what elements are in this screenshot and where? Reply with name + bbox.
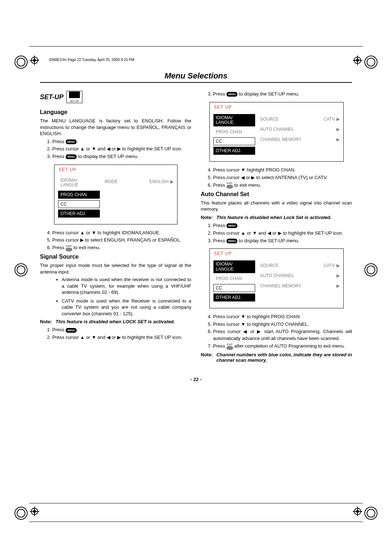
osd-row-value: ▶ <box>336 283 340 288</box>
note-body: This feature is disabled when LOCK SET i… <box>56 319 191 324</box>
osd-row-label: SOURCE <box>260 117 279 122</box>
two-column-layout: SET-UP SET UP Language The MENU LANGUAGE… <box>40 91 352 365</box>
osd-tab-cc: CC <box>213 137 255 145</box>
exit-key-icon: EXIT <box>226 343 233 350</box>
auto-channel-heading: Auto Channel Set <box>201 191 352 198</box>
crop-line-bottom-2 <box>29 522 363 522</box>
triangle-right-icon: ▶ <box>170 179 173 184</box>
osd-tab-other: OTHER ADJ. <box>213 293 255 301</box>
registration-mark-icon <box>30 507 39 516</box>
exit-key-icon: EXIT <box>226 182 233 189</box>
crop-line-bottom-1 <box>29 503 363 503</box>
setup-heading-row: SET-UP SET UP <box>40 91 191 103</box>
step: Press cursor ▲ or ▼ and ◀ or ▶ to highli… <box>213 230 352 237</box>
corner-mark-icon <box>364 507 377 520</box>
svg-point-7 <box>356 59 359 62</box>
auto-channel-steps-a: Press MENU. Press cursor ▲ or ▼ and ◀ or… <box>201 222 352 244</box>
bullet: CATV mode is used when the Receiver is c… <box>62 298 191 317</box>
note-body: This feature is disabled when Lock Set i… <box>216 215 352 220</box>
step: Press cursor ▼ to highlight AUTO CHANNEL… <box>213 321 352 328</box>
step: Press MENU. <box>52 138 191 145</box>
osd-row: CHANNEL MEMORY▶ <box>260 281 340 291</box>
auto-channel-steps-b: Press cursor ▼ to highlight PROG CHAN. P… <box>201 313 352 350</box>
note-label: Note: <box>201 352 213 363</box>
step: Press MENU to display the SET-UP menu. <box>213 91 352 98</box>
osd-row-label: AUTO CHANNEL <box>260 127 294 132</box>
step: Press EXIT to exit menu. <box>213 182 352 189</box>
svg-point-15 <box>356 510 359 513</box>
corner-mark-icon <box>15 507 28 520</box>
step: Press cursor ▼ highlight PROG CHAN. <box>213 167 352 174</box>
step: Press cursor ▼ to highlight PROG CHAN. <box>213 313 352 320</box>
corner-mark-icon <box>364 56 377 69</box>
triangle-right-icon: ▶ <box>336 263 340 268</box>
osd-row-value: ENGLISH ▶ <box>150 179 173 184</box>
menu-key-icon: MENU <box>226 223 238 228</box>
triangle-right-icon: ▶ <box>336 137 340 142</box>
language-steps-a: Press MENU. Press cursor ▲ or ▼ and ◀ or… <box>40 138 191 161</box>
language-intro: The MENU LANGUAGE is factory set to ENGL… <box>40 118 191 137</box>
corner-mark-icon <box>15 263 28 276</box>
osd-row-value: ▶ <box>336 137 340 142</box>
corner-mark-icon <box>15 56 28 69</box>
osd-title: SET UP <box>210 249 343 257</box>
triangle-right-icon: ▶ <box>336 283 340 288</box>
osd-row: CHANNEL MEMORY▶ <box>260 134 340 145</box>
step: Press EXIT to exit menu. <box>52 244 191 251</box>
note-body: Channel numbers with blue color, indicat… <box>216 352 352 363</box>
osd-tab-other: OTHER ADJ. <box>213 147 255 155</box>
crop-line-top <box>29 46 363 46</box>
osd-row-value: CATV ▶ <box>323 263 339 268</box>
svg-point-11 <box>33 510 36 513</box>
osd-tab-other: OTHER ADJ. <box>58 210 100 218</box>
osd-row-value: ▶ <box>336 127 340 132</box>
osd-options: SOURCECATV ▶ AUTO CHANNEL▶ CHANNEL MEMOR… <box>255 114 340 155</box>
osd-options: MODE ENGLISH ▶ <box>100 177 173 217</box>
note-label: Note: <box>40 319 52 324</box>
osd-row-label: CHANNEL MEMORY <box>260 283 302 288</box>
registration-mark-icon <box>353 56 362 65</box>
language-heading: Language <box>40 109 191 116</box>
osd-tab-progchan: PROG CHAN <box>58 191 100 199</box>
setup-tv-icon: SET UP <box>66 91 82 103</box>
registration-mark-icon <box>353 507 362 516</box>
osd-row: AUTO CHANNEL▶ <box>260 271 340 281</box>
osd-setup-progchan-2: SET UP IDIOMA/ LANGUE PROG CHAN CC OTHER… <box>209 248 344 308</box>
exit-key-icon: EXIT <box>66 245 72 251</box>
right-column: Press MENU to display the SET-UP menu. S… <box>201 91 352 365</box>
triangle-right-icon: ▶ <box>336 117 340 122</box>
osd-tabs: IDIOMA/ LANGUE PROG CHAN CC OTHER ADJ. <box>213 260 255 301</box>
svg-point-3 <box>33 59 36 62</box>
left-column: SET-UP SET UP Language The MENU LANGUAGE… <box>40 91 191 365</box>
osd-row: AUTO CHANNEL▶ <box>260 124 340 134</box>
language-steps-b: Press cursor ▲ or ▼ to highlight IDIOMA/… <box>40 230 191 252</box>
osd-row-value: ▶ <box>336 273 340 278</box>
step: Press cursor ◀ or ▶ start AUTO Programmi… <box>213 328 352 342</box>
step: Press MENU to display the SET-UP menu. <box>213 238 352 244</box>
osd-tab-idioma: IDIOMA/ LANGUE <box>58 177 100 189</box>
osd-row: MODE ENGLISH ▶ <box>105 177 173 187</box>
framemaker-header: 0348E3.fm Page 22 Tuesday, April 25, 200… <box>49 58 134 62</box>
corner-mark-icon <box>364 263 377 276</box>
osd-tabs: IDIOMA/ LANGUE PROG CHAN CC OTHER ADJ. <box>213 114 255 155</box>
osd-row-label: AUTO CHANNEL <box>260 273 294 278</box>
step: Press cursor ▶ to select ENGLISH, FRANÇA… <box>52 237 191 244</box>
osd-setup-language: SET UP IDIOMA/ LANGUE PROG CHAN CC OTHER… <box>54 165 177 224</box>
step: Press MENU. <box>213 222 352 229</box>
step: Press cursor ▲ or ▼ and ◀ or ▶ to highli… <box>52 334 191 341</box>
osd-row: SOURCECATV ▶ <box>260 114 340 124</box>
step: Press cursor ▲ or ▼ to highlight IDIOMA/… <box>52 230 191 236</box>
step: Press cursor ◀ or ▶ to select ANTENNA (T… <box>213 174 352 181</box>
osd-tab-cc: CC <box>213 284 255 292</box>
step: Press MENU. <box>52 327 191 333</box>
page: 0348E3.fm Page 22 Tuesday, April 25, 200… <box>0 0 392 404</box>
menu-key-icon: MENU <box>66 154 77 159</box>
note-blue-channels: Note: Channel numbers with blue color, i… <box>201 352 352 363</box>
osd-row: SOURCECATV ▶ <box>260 260 340 271</box>
osd-tab-progchan: PROG CHAN <box>213 275 255 283</box>
signal-source-intro: The proper input mode must be selected f… <box>40 262 191 275</box>
osd-row-label: CHANNEL MEMORY <box>260 137 302 142</box>
osd-row-label: SOURCE <box>260 263 279 268</box>
triangle-right-icon: ▶ <box>336 273 340 278</box>
osd-tab-idioma: IDIOMA/ LANGUE <box>213 114 255 126</box>
